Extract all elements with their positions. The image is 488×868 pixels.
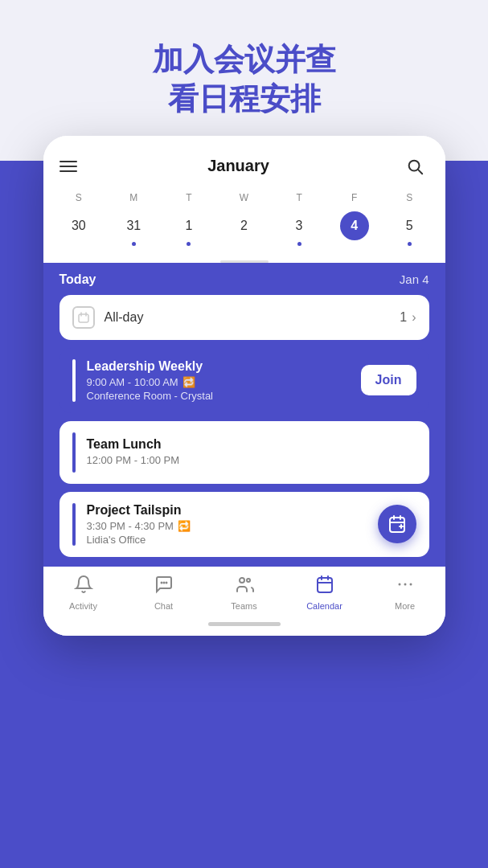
event-info-tailspin: Project Tailspin 3:30 PM - 4:30 PM 🔁 Lid…: [87, 503, 378, 546]
svg-point-15: [247, 579, 250, 582]
svg-point-14: [240, 578, 244, 583]
event-time-leadership: 9:00 AM - 10:00 AM 🔁: [87, 376, 361, 388]
join-button[interactable]: Join: [361, 365, 416, 395]
chat-icon: [154, 575, 174, 599]
allday-card[interactable]: All-day 1 ›: [59, 295, 429, 340]
calendar-header: January: [43, 136, 445, 189]
chevron-right-icon: ›: [412, 310, 416, 325]
hero-title: 加入会议并查 看日程安排: [0, 0, 488, 120]
event-info-lunch: Team Lunch 12:00 PM - 1:00 PM: [87, 437, 416, 468]
svg-rect-5: [390, 518, 404, 532]
hamburger-button[interactable]: [59, 161, 77, 172]
today-label: Today: [59, 272, 96, 287]
calendar-dates-row: 30 31 1 2 3 4 5: [43, 207, 445, 259]
today-date: Jan 4: [400, 272, 429, 286]
allday-count: 1: [400, 310, 407, 325]
hero-title-text: 加入会议并查 看日程安排: [0, 40, 488, 120]
event-bar-lunch: [72, 432, 76, 473]
phone-frame: January S M T W T F S 30 31 1 2: [43, 136, 445, 636]
teams-icon: [235, 575, 254, 599]
calendar-icon: [315, 575, 334, 599]
nav-item-calendar[interactable]: Calendar: [301, 575, 349, 611]
event-bar: [72, 359, 76, 402]
calendar-weekday-labels: S M T W T F S: [43, 189, 445, 207]
allday-icon: [72, 306, 95, 329]
cal-date-5[interactable]: 5: [382, 207, 437, 251]
event-card-leadership[interactable]: Leadership Weekly 9:00 AM - 10:00 AM 🔁 C…: [59, 348, 429, 413]
activity-icon: [74, 575, 93, 599]
event-title-lunch: Team Lunch: [87, 437, 416, 452]
event-info-leadership: Leadership Weekly 9:00 AM - 10:00 AM 🔁 C…: [87, 359, 361, 402]
cal-date-4[interactable]: 4: [326, 207, 382, 251]
event-time-lunch: 12:00 PM - 1:00 PM: [87, 454, 416, 466]
search-button[interactable]: [400, 152, 429, 181]
svg-rect-2: [79, 314, 88, 322]
svg-rect-16: [318, 578, 332, 592]
more-icon: [396, 575, 415, 599]
svg-point-22: [409, 583, 412, 585]
svg-point-21: [404, 583, 406, 585]
event-bar-tailspin: [72, 503, 76, 546]
nav-item-chat[interactable]: Chat: [140, 575, 188, 611]
gesture-bar: [208, 622, 281, 626]
nav-item-teams[interactable]: Teams: [220, 575, 269, 611]
allday-text: All-day: [105, 310, 400, 325]
nav-label-chat: Chat: [154, 601, 173, 611]
gesture-bar-area: [43, 616, 445, 636]
cal-date-31[interactable]: 31: [106, 207, 162, 251]
event-card-lunch[interactable]: Team Lunch 12:00 PM - 1:00 PM: [59, 421, 429, 484]
svg-point-20: [398, 583, 400, 585]
event-card-tailspin[interactable]: Project Tailspin 3:30 PM - 4:30 PM 🔁 Lid…: [59, 492, 429, 557]
event-time-tailspin: 3:30 PM - 4:30 PM 🔁: [87, 520, 378, 532]
event-title-leadership: Leadership Weekly: [87, 359, 361, 374]
nav-label-calendar: Calendar: [306, 601, 342, 611]
event-location-tailspin: Lidia's Office: [87, 534, 378, 546]
nav-label-teams: Teams: [231, 601, 256, 611]
nav-label-activity: Activity: [69, 601, 97, 611]
events-section: Today Jan 4 All-day 1 › Leadership Weekl…: [43, 263, 445, 567]
calendar-month-title: January: [207, 157, 269, 175]
nav-item-activity[interactable]: Activity: [59, 575, 108, 611]
cal-date-3[interactable]: 3: [272, 207, 327, 251]
recurring-icon-tailspin: 🔁: [178, 520, 191, 532]
nav-item-more[interactable]: More: [381, 575, 429, 611]
recurring-icon: 🔁: [182, 376, 195, 388]
cal-date-30[interactable]: 30: [51, 207, 107, 251]
cal-date-2[interactable]: 2: [216, 207, 272, 251]
nav-label-more: More: [395, 601, 415, 611]
bottom-nav: Activity Chat: [43, 567, 445, 616]
event-title-tailspin: Project Tailspin: [87, 503, 378, 518]
today-bar: Today Jan 4: [59, 272, 429, 287]
cal-date-1[interactable]: 1: [162, 207, 217, 251]
svg-line-1: [418, 170, 422, 174]
event-location-leadership: Conference Room - Crystal: [87, 390, 361, 402]
calendar-fab[interactable]: [378, 505, 416, 543]
